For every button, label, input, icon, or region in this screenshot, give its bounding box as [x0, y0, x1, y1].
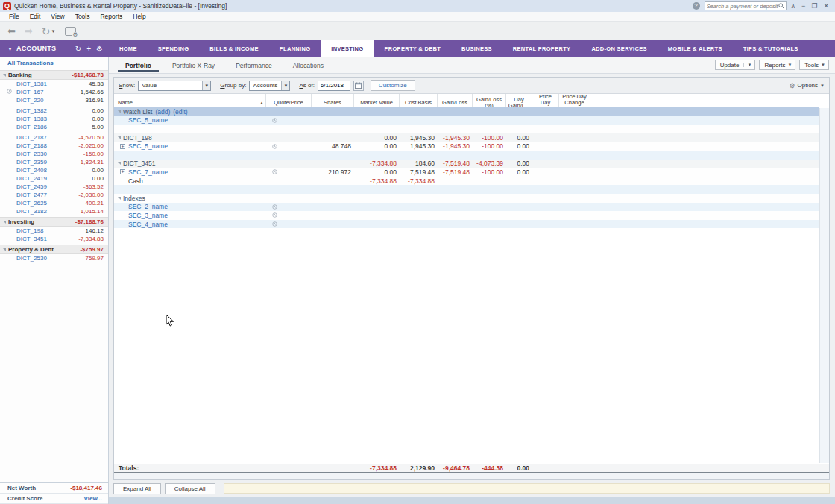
expand-all-button[interactable]: Expand All — [113, 483, 161, 494]
menu-item-edit[interactable]: Edit — [25, 13, 45, 20]
calendar-icon[interactable] — [353, 81, 364, 91]
group-expander-icon[interactable] — [3, 221, 6, 224]
sidebar-account-row[interactable]: DICT_2477-2,030.00 — [0, 191, 108, 199]
accounts-refresh-icon[interactable]: ↻ — [75, 45, 81, 53]
sidebar-account-row[interactable]: DICT_2187-4,570.50 — [0, 133, 108, 142]
menu-item-view[interactable]: View — [46, 13, 69, 20]
accounts-collapse-icon[interactable]: ▼ — [7, 46, 13, 51]
sidebar-account-row[interactable]: DICT_13820.00 — [0, 107, 108, 115]
nav-tab-property-debt[interactable]: PROPERTY & DEBT — [374, 40, 451, 57]
vertical-scrollbar[interactable] — [819, 108, 829, 463]
close-icon[interactable]: ✕ — [823, 1, 829, 10]
table-row-watch-list[interactable]: Watch List(add)(edit) — [114, 107, 819, 116]
security-name-link[interactable]: SEC_2_name — [128, 203, 168, 210]
customize-button[interactable]: Customize — [371, 80, 415, 91]
nav-tab-bills-income[interactable]: BILLS & INCOME — [199, 40, 268, 57]
sidebar-account-row[interactable]: DICT_2188-2,025.00 — [0, 142, 108, 150]
back-button[interactable]: ⬅ — [7, 25, 16, 37]
sidebar-account-row[interactable]: DICT_24080.00 — [0, 166, 108, 174]
table-row-dict-3451[interactable]: DICT_3451-7,334.88184.60-7,519.48-4,073.… — [114, 160, 819, 168]
account-group-property-debt[interactable]: Property & Debt-$759.97 — [0, 245, 108, 254]
menu-item-file[interactable]: File — [4, 13, 24, 20]
search-input[interactable] — [707, 3, 778, 10]
table-row-sec-3-name[interactable]: SEC_3_name — [114, 211, 819, 220]
sidebar-account-row[interactable]: DICT_21865.00 — [0, 123, 108, 131]
sidebar-account-row[interactable]: DICT_3182-1,015.14 — [0, 207, 108, 215]
show-dropdown[interactable]: Value ▼ — [138, 81, 211, 91]
collapse-all-button[interactable]: Collapse All — [165, 483, 215, 494]
nav-tab-tips-tutorials[interactable]: TIPS & TUTORIALS — [733, 40, 809, 57]
menu-item-tools[interactable]: Tools — [71, 13, 95, 20]
horizontal-scrollbar[interactable] — [114, 473, 829, 479]
sidebar-account-row[interactable]: DICT_13830.00 — [0, 115, 108, 123]
sidebar-account-row[interactable]: DICT_198146.12 — [0, 227, 108, 235]
nav-tab-business[interactable]: BUSINESS — [451, 40, 502, 57]
update-settings-icon[interactable]: ⚙ — [65, 27, 76, 36]
row-expander-icon[interactable] — [118, 136, 121, 139]
expand-plus-icon[interactable]: + — [120, 169, 125, 174]
net-worth-row[interactable]: Net Worth -$18,417.46 — [0, 483, 108, 494]
sidebar-account-row[interactable]: DICT_2625-400.21 — [0, 199, 108, 207]
subtab-portfolio-x-ray[interactable]: Portfolio X-Ray — [162, 59, 225, 72]
sidebar-account-row[interactable]: DICT_2459-363.52 — [0, 183, 108, 191]
subtab-performance[interactable]: Performance — [225, 59, 283, 72]
row-expander-icon[interactable] — [118, 197, 121, 200]
expand-plus-icon[interactable]: + — [120, 144, 125, 149]
table-row-sec-4-name[interactable]: SEC_4_name — [114, 220, 819, 229]
security-name-link[interactable]: SEC_7_name — [128, 168, 168, 176]
table-row-sec-5-name[interactable]: SEC_5_name — [114, 116, 819, 125]
nav-tab-add-on-services[interactable]: ADD-ON SERVICES — [581, 40, 657, 57]
collapse-window-icon[interactable]: ∧ — [791, 1, 796, 10]
table-row-indexes[interactable]: Indexes — [114, 194, 819, 203]
security-name-link[interactable]: SEC_4_name — [128, 221, 168, 228]
sidebar-account-row[interactable]: DICT_138145.38 — [0, 80, 108, 88]
nav-tab-rental-property[interactable]: RENTAL PROPERTY — [502, 40, 582, 57]
security-name-link[interactable]: SEC_3_name — [128, 212, 168, 219]
account-group-investing[interactable]: Investing-$7,188.76 — [0, 217, 108, 227]
global-search[interactable] — [705, 1, 787, 10]
row-expander-icon[interactable] — [118, 110, 121, 113]
update-dropdown-icon[interactable]: ▼ — [743, 63, 754, 67]
table-row-dict-198[interactable]: DICT_1980.001,945.30-1,945.30-100.000.00 — [114, 133, 819, 142]
watchlist-add-link[interactable]: (add) — [155, 108, 170, 116]
accounts-add-icon[interactable]: + — [86, 45, 91, 53]
sidebar-account-row[interactable]: DICT_2359-1,824.31 — [0, 158, 108, 166]
sidebar-account-row[interactable]: DICT_24190.00 — [0, 174, 108, 183]
credit-score-view-link[interactable]: View... — [84, 495, 102, 502]
subtab-portfolio[interactable]: Portfolio — [115, 59, 162, 72]
nav-tab-mobile-alerts[interactable]: MOBILE & ALERTS — [658, 40, 733, 57]
sidebar-account-row[interactable]: DICT_1671,542.66 — [0, 88, 108, 96]
menu-item-reports[interactable]: Reports — [95, 13, 127, 20]
sidebar-account-row[interactable]: DICT_2530-759.97 — [0, 254, 108, 262]
sidebar-account-row[interactable]: DICT_220316.91 — [0, 96, 108, 104]
update-button[interactable]: Update ▼ — [715, 60, 756, 70]
nav-tab-planning[interactable]: PLANNING — [269, 40, 321, 57]
groupby-dropdown-icon[interactable]: ▼ — [281, 81, 289, 90]
menu-item-help[interactable]: Help — [128, 13, 150, 20]
asof-date-input[interactable] — [318, 81, 350, 91]
sidebar-account-row[interactable]: DICT_2330-150.00 — [0, 150, 108, 158]
reports-button[interactable]: Reports ▼ — [759, 60, 795, 70]
nav-tab-home[interactable]: HOME — [109, 40, 148, 57]
forward-button[interactable]: ➡ — [25, 25, 33, 37]
row-expander-icon[interactable] — [118, 162, 121, 165]
help-icon[interactable]: ? — [693, 2, 700, 10]
restore-icon[interactable]: ❐ — [811, 1, 817, 10]
minimize-icon[interactable]: − — [801, 1, 805, 10]
group-expander-icon[interactable] — [3, 248, 6, 251]
accounts-settings-icon[interactable]: ⚙ — [96, 45, 103, 53]
security-name-link[interactable]: SEC_5_name — [128, 142, 168, 150]
table-row-sec-2-name[interactable]: SEC_2_name — [114, 203, 819, 212]
nav-tab-spending[interactable]: SPENDING — [148, 40, 200, 57]
subtab-allocations[interactable]: Allocations — [283, 59, 334, 72]
options-button[interactable]: ⚙ Options ▼ — [789, 82, 825, 89]
watchlist-edit-link[interactable]: (edit) — [173, 108, 187, 116]
credit-score-row[interactable]: Credit Score View... — [0, 494, 108, 504]
tools-button[interactable]: Tools ▼ — [799, 60, 829, 70]
account-group-banking[interactable]: Banking-$10,468.73 — [0, 70, 108, 80]
sidebar-account-row[interactable]: DICT_3451-7,334.88 — [0, 235, 108, 243]
nav-tab-investing[interactable]: INVESTING — [321, 40, 374, 57]
groupby-dropdown[interactable]: Accounts ▼ — [249, 81, 290, 91]
table-row-sec-5-name[interactable]: +SEC_5_name48.7480.001,945.30-1,945.30-1… — [114, 142, 819, 151]
one-step-update-button[interactable]: ↻▼ — [42, 25, 56, 37]
